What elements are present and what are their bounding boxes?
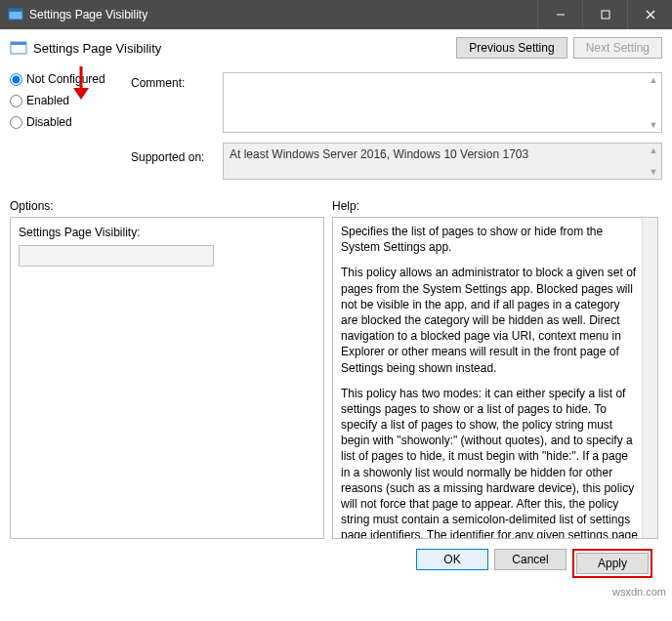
radio-enabled-label: Enabled <box>26 94 69 107</box>
ok-button[interactable]: OK <box>416 549 488 570</box>
help-paragraph: Specifies the list of pages to show or h… <box>341 224 640 255</box>
radio-not-configured-input[interactable] <box>10 73 22 86</box>
options-field-label: Settings Page Visibility: <box>19 226 315 239</box>
minimize-button[interactable] <box>537 0 582 29</box>
radio-not-configured-label: Not Configured <box>26 72 105 86</box>
help-scrollbar[interactable] <box>642 218 657 538</box>
comment-label: Comment: <box>131 72 219 90</box>
help-pane: Specifies the list of pages to show or h… <box>332 217 658 539</box>
cancel-button[interactable]: Cancel <box>494 549 567 570</box>
next-setting-button: Next Setting <box>573 37 662 59</box>
policy-icon <box>10 39 27 57</box>
window-title: Settings Page Visibility <box>29 8 537 21</box>
radio-disabled-label: Disabled <box>26 115 72 129</box>
radio-disabled-input[interactable] <box>10 116 22 129</box>
app-icon <box>8 7 23 22</box>
options-label: Options: <box>10 199 332 213</box>
svg-rect-7 <box>11 42 26 45</box>
apply-button[interactable]: Apply <box>576 553 649 574</box>
annotation-highlight: Apply <box>572 549 652 578</box>
supported-on-text: At least Windows Server 2016, Windows 10… <box>223 143 662 180</box>
scroll-up-icon[interactable]: ▲ <box>648 75 659 85</box>
close-button[interactable] <box>627 0 672 29</box>
supported-on-label: Supported on: <box>131 143 219 164</box>
radio-disabled[interactable]: Disabled <box>10 115 127 129</box>
scroll-down-icon[interactable]: ▼ <box>648 120 659 130</box>
svg-rect-1 <box>9 9 22 12</box>
radio-enabled-input[interactable] <box>10 95 22 107</box>
page-title: Settings Page Visibility <box>33 41 456 56</box>
options-pane: Settings Page Visibility: <box>10 217 324 539</box>
watermark-text: wsxdn.com <box>612 586 666 598</box>
state-radio-group: Not Configured Enabled Disabled <box>10 72 127 137</box>
svg-rect-3 <box>602 11 609 19</box>
help-paragraph: This policy allows an administrator to b… <box>341 265 640 375</box>
previous-setting-button[interactable]: Previous Setting <box>456 37 567 59</box>
settings-page-visibility-input <box>19 245 214 267</box>
help-paragraph: This policy has two modes: it can either… <box>341 386 640 539</box>
radio-not-configured[interactable]: Not Configured <box>10 72 127 86</box>
title-bar: Settings Page Visibility <box>0 0 672 29</box>
supported-on-value: At least Windows Server 2016, Windows 10… <box>230 147 528 161</box>
help-label: Help: <box>332 199 359 213</box>
comment-textarea[interactable]: ▲ ▼ <box>223 72 662 133</box>
radio-enabled[interactable]: Enabled <box>10 94 127 107</box>
scroll-down-icon: ▼ <box>648 167 659 177</box>
maximize-button[interactable] <box>582 0 627 29</box>
scroll-up-icon: ▲ <box>648 145 659 155</box>
